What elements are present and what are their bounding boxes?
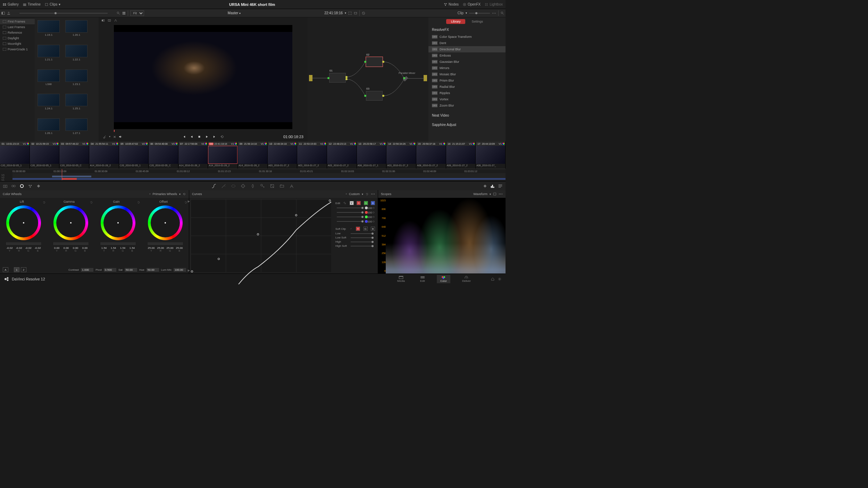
mute-icon[interactable] <box>119 135 122 138</box>
wheel-value[interactable]: 1.54 <box>100 246 108 250</box>
node-zoom-slider[interactable] <box>469 13 490 14</box>
curve-slider-g[interactable] <box>337 217 364 217</box>
page-deliver[interactable]: Deliver <box>459 275 474 283</box>
curve-editor[interactable]: ▹ ▹ <box>191 199 331 272</box>
reset-icon[interactable] <box>372 206 375 210</box>
export-still-icon[interactable] <box>7 11 10 15</box>
still-thumb[interactable] <box>37 94 60 106</box>
still-thumb[interactable] <box>37 20 60 33</box>
viewer-image[interactable] <box>114 25 292 129</box>
clip-thumb[interactable]: 1520:58:37:18V1A08_2016-01-27_2 <box>416 142 446 169</box>
curve-white-handle[interactable]: ▹ <box>188 199 190 203</box>
clip-thumb[interactable]: 1222:48:23:13V1A03_2016-01-27_2 <box>327 142 357 169</box>
loop-icon[interactable] <box>220 135 224 138</box>
color-wheel-offset[interactable] <box>148 205 183 240</box>
node-03[interactable]: 03 <box>366 91 383 101</box>
wheel-value[interactable]: 25.00 <box>166 246 174 250</box>
reset-icon[interactable] <box>372 211 375 214</box>
wheel-value[interactable]: -0.02 <box>34 246 42 250</box>
page-media[interactable]: Media <box>394 275 408 283</box>
single-view-icon[interactable] <box>354 11 357 15</box>
color-match-palette-icon[interactable] <box>11 184 16 188</box>
soft-highsoft-slider[interactable] <box>351 246 374 246</box>
sat-input[interactable] <box>125 268 137 272</box>
wheel-value[interactable]: 0.00 <box>81 246 89 250</box>
color-wheels-palette-icon[interactable] <box>19 184 24 188</box>
wheel-value[interactable]: 1.54 <box>109 246 118 250</box>
parallel-mixer-node[interactable] <box>403 76 408 82</box>
gallery-folder[interactable]: Daylight <box>0 35 35 41</box>
fx-item[interactable]: OFXDirectional Blur <box>428 46 506 52</box>
viewer-fit-select[interactable]: Fit <box>130 10 144 16</box>
motion-palette-icon[interactable] <box>36 184 41 188</box>
color-wheel-lift[interactable] <box>6 205 41 240</box>
page-2-button[interactable]: 2 <box>21 267 26 272</box>
wheel-value[interactable]: -0.02 <box>6 246 14 250</box>
gallery-folder[interactable]: Last Frames <box>0 24 35 30</box>
reset-icon[interactable] <box>184 201 187 204</box>
stereo-palette-icon[interactable] <box>279 184 284 188</box>
curve-ch-r[interactable]: R <box>357 201 361 205</box>
sizing-palette-icon[interactable] <box>270 184 275 188</box>
viewer-mode[interactable]: Master <box>228 11 239 15</box>
search-icon[interactable] <box>117 11 120 15</box>
gallery-toggle[interactable]: Gallery <box>3 2 19 6</box>
curve-black-handle[interactable]: ▹ <box>188 268 190 272</box>
openfx-toggle[interactable]: OpenFX <box>463 2 481 6</box>
nodes-toggle[interactable]: Nodes <box>444 2 459 6</box>
fx-item[interactable]: OFXRadial Blur <box>428 84 506 90</box>
still-thumb[interactable] <box>65 94 87 106</box>
reset-icon[interactable] <box>42 201 46 204</box>
playhead[interactable] <box>62 169 62 180</box>
wheels-reset-icon[interactable] <box>183 192 186 196</box>
data-burn-palette-icon[interactable] <box>289 184 294 188</box>
home-icon[interactable] <box>491 277 494 281</box>
reset-icon[interactable] <box>90 201 93 204</box>
bypass-icon[interactable] <box>362 11 365 15</box>
curve-slider-r[interactable] <box>337 212 364 213</box>
still-thumb[interactable] <box>65 45 87 57</box>
still-thumb[interactable] <box>65 20 87 33</box>
wheel-value[interactable]: 0.00 <box>53 246 61 250</box>
clip-thumb[interactable]: 1422:56:34:26V1A03_2016-01-27_2 <box>386 142 416 169</box>
settings-icon[interactable] <box>498 277 501 281</box>
reset-icon[interactable] <box>372 220 375 223</box>
scopes-layout-icon[interactable] <box>493 192 496 196</box>
scopes-menu[interactable]: ⋯ <box>499 192 503 196</box>
node-graph[interactable]: 01 02 03 Parallel Mixer <box>308 17 428 142</box>
blur-palette-icon[interactable] <box>250 184 255 188</box>
clip-thumb[interactable]: 1621:15:21:07V1A08_2016-01-27_2 <box>446 142 476 169</box>
expand-icon[interactable] <box>348 11 352 15</box>
curve-ch-b[interactable]: B <box>371 201 375 205</box>
fx-item[interactable]: OFXDent <box>428 40 506 46</box>
curves-palette-icon[interactable] <box>211 184 216 188</box>
lummix-input[interactable] <box>174 268 186 272</box>
fx-item[interactable]: OFXPrism Blur <box>428 77 506 84</box>
play-reverse-icon[interactable] <box>190 135 193 138</box>
pivot-input[interactable] <box>104 268 116 272</box>
jog-wheel[interactable] <box>148 242 183 245</box>
wheel-value[interactable]: -0.02 <box>15 246 23 250</box>
still-thumb[interactable] <box>37 69 60 82</box>
jog-wheel[interactable] <box>53 242 88 245</box>
viewer-timecode[interactable]: 22:41:18:16 <box>324 11 343 15</box>
grid-icon[interactable] <box>122 11 126 15</box>
gallery-folder[interactable]: PowerGrade 1 <box>0 47 35 52</box>
wheel-value[interactable]: 25.00 <box>147 246 156 250</box>
soft-ch-g[interactable]: G <box>364 227 368 231</box>
curves-menu[interactable]: ⋯ <box>371 192 375 196</box>
color-wheel-gamma[interactable] <box>53 205 88 240</box>
wheel-value[interactable]: 0.00 <box>72 246 80 250</box>
highlight-icon[interactable] <box>114 19 117 22</box>
gallery-folder[interactable]: First Frames <box>0 19 35 24</box>
still-thumb[interactable] <box>37 45 60 57</box>
scopes-mode[interactable]: Waveform <box>473 192 487 196</box>
page-a-button[interactable]: A <box>3 267 8 272</box>
still-thumb[interactable] <box>65 69 87 82</box>
mini-timeline[interactable]: V3V2V1 01:00:00:0001:00:15:0601:00:30:06… <box>0 169 506 181</box>
clips-toggle[interactable]: Clips ▾ <box>45 2 60 6</box>
still-thumb[interactable] <box>37 118 60 131</box>
fx-tab-settings[interactable]: Settings <box>467 19 488 24</box>
clip-thumb[interactable]: 0822:41:18:16V1A14_2016-01-28_2 <box>208 142 238 169</box>
contrast-input[interactable] <box>81 268 93 272</box>
